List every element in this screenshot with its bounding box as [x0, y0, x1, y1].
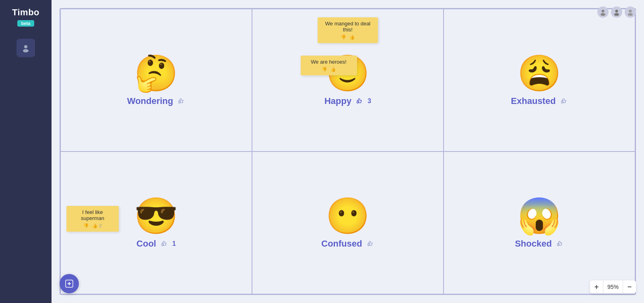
- label-exhausted: Exhausted: [511, 96, 555, 106]
- user-icon-3[interactable]: [625, 6, 636, 18]
- like-btn-shocked[interactable]: [556, 240, 564, 248]
- svg-point-6: [629, 10, 632, 12]
- sticky-note-managed[interactable]: We manged to deal this! 👎 👍: [318, 17, 378, 43]
- zoom-controls: + 95% −: [590, 280, 636, 293]
- like-btn-happy[interactable]: [355, 97, 363, 105]
- label-row-happy: Happy 3: [324, 96, 371, 106]
- cell-happy: We manged to deal this! 👎 👍 We are heroe…: [252, 9, 444, 152]
- svg-rect-11: [162, 243, 163, 246]
- note-actions-heroes: 👎 👍: [305, 67, 353, 72]
- beta-badge: beta: [17, 20, 35, 27]
- note-heroes-text: We are heroes!: [311, 59, 347, 65]
- sticky-note-heroes[interactable]: We are heroes! 👎 👍: [301, 56, 357, 75]
- label-happy: Happy: [324, 96, 351, 106]
- like-btn-cool[interactable]: [160, 240, 168, 248]
- emoji-wondering: 🤔: [134, 56, 178, 91]
- thumbup-icon[interactable]: 👍: [349, 35, 355, 40]
- note-actions-superman: 👎 👍 2: [70, 223, 115, 228]
- svg-point-2: [602, 10, 605, 12]
- like-count-happy: 3: [367, 98, 371, 105]
- top-bar: [597, 6, 636, 18]
- app-logo: Timbo: [12, 7, 39, 18]
- label-row-wondering: Wondering: [127, 96, 185, 106]
- svg-rect-12: [368, 243, 369, 246]
- sidebar: Timbo beta: [0, 0, 52, 303]
- user-avatar[interactable]: [17, 39, 35, 57]
- emoji-confused: 😶: [326, 198, 370, 234]
- label-row-shocked: Shocked: [515, 239, 564, 249]
- like-count-cool: 1: [172, 240, 176, 247]
- emoji-exhausted: 😩: [517, 56, 561, 91]
- like-btn-wondering[interactable]: [177, 97, 185, 105]
- svg-rect-9: [357, 101, 358, 103]
- thumbup-icon-3[interactable]: 👍 2: [92, 223, 101, 228]
- like-btn-confused[interactable]: [366, 240, 374, 248]
- svg-rect-10: [561, 101, 563, 103]
- emoji-cool: 😎: [134, 198, 178, 234]
- zoom-in-button[interactable]: +: [590, 280, 603, 293]
- user-icon-2[interactable]: [611, 6, 622, 18]
- sticky-note-superman[interactable]: I feel like superman 👎 👍 2: [66, 206, 119, 232]
- zoom-value: 95%: [603, 280, 623, 293]
- svg-point-4: [615, 10, 618, 12]
- note-superman-text: I feel like superman: [81, 209, 104, 221]
- like-btn-exhausted[interactable]: [560, 97, 568, 105]
- user-icon-1[interactable]: [597, 6, 609, 18]
- svg-point-3: [601, 13, 605, 16]
- label-confused: Confused: [321, 239, 362, 249]
- note-managed-text: We manged to deal this!: [325, 21, 371, 33]
- main-content: 🤔 Wondering We manged to deal this! 👎 👍 …: [52, 0, 644, 303]
- svg-point-5: [614, 13, 619, 16]
- label-wondering: Wondering: [127, 96, 173, 106]
- svg-rect-13: [557, 243, 559, 246]
- zoom-out-button[interactable]: −: [623, 280, 636, 293]
- add-note-button[interactable]: [60, 274, 79, 293]
- svg-point-1: [23, 49, 29, 52]
- label-cool: Cool: [136, 239, 156, 249]
- label-row-cool: Cool 1: [136, 239, 176, 249]
- cell-confused: 😶 Confused: [252, 152, 444, 294]
- svg-point-0: [24, 45, 27, 48]
- thumbup-icon-2[interactable]: 👍: [330, 67, 336, 72]
- thumbdown-icon[interactable]: 👎: [341, 35, 346, 40]
- svg-point-7: [628, 13, 633, 16]
- thumbdown-icon-2[interactable]: 👎: [322, 67, 327, 72]
- label-shocked: Shocked: [515, 239, 552, 249]
- cell-wondering: 🤔 Wondering: [60, 9, 252, 152]
- label-row-exhausted: Exhausted: [511, 96, 568, 106]
- emotion-grid: 🤔 Wondering We manged to deal this! 👎 👍 …: [60, 8, 636, 295]
- thumbdown-icon-3[interactable]: 👎: [83, 223, 89, 228]
- cell-shocked: 😱 Shocked: [444, 152, 635, 294]
- cell-cool: I feel like superman 👎 👍 2 😎 Cool 1: [60, 152, 252, 294]
- emoji-shocked: 😱: [517, 198, 561, 234]
- label-row-confused: Confused: [321, 239, 374, 249]
- svg-rect-8: [179, 101, 180, 103]
- note-actions-managed: 👎 👍: [322, 35, 374, 40]
- cell-exhausted: 😩 Exhausted: [444, 9, 635, 152]
